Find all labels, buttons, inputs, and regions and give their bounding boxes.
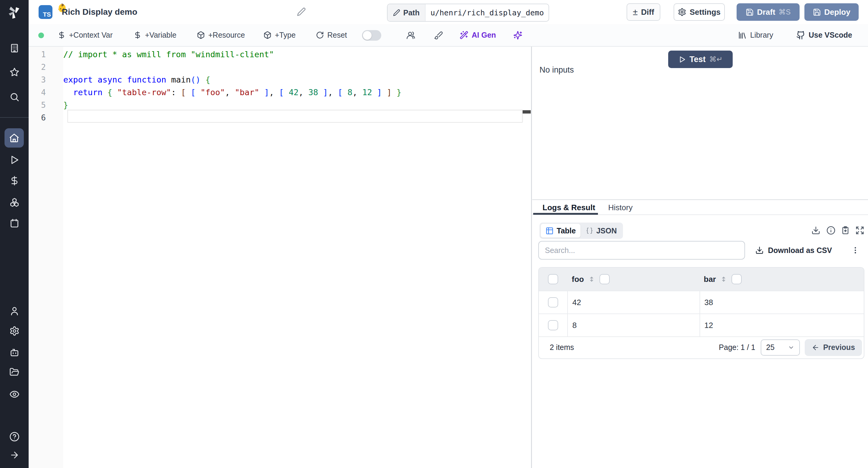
result-info-button[interactable] bbox=[827, 226, 835, 235]
add-resource-button[interactable]: +Resource bbox=[197, 24, 245, 46]
sort-bar-button[interactable] bbox=[720, 275, 727, 283]
code-editor[interactable]: 1 // import * as wmill from "windmill-cl… bbox=[29, 47, 531, 468]
test-shortcut: ⌘↵ bbox=[709, 55, 722, 64]
row-checkbox[interactable] bbox=[548, 320, 558, 330]
use-vscode-button[interactable]: Use VScode bbox=[796, 24, 852, 46]
expand-icon bbox=[855, 226, 864, 235]
multiplayer-button[interactable] bbox=[406, 24, 415, 46]
format-button[interactable] bbox=[434, 24, 443, 46]
items-count: 2 items bbox=[539, 343, 574, 352]
search-icon bbox=[9, 92, 20, 102]
sidebar-expand[interactable] bbox=[0, 450, 29, 460]
result-table: foo bar 42 38 8 12 2 bbox=[538, 267, 864, 359]
sidebar-item-help[interactable] bbox=[0, 432, 29, 442]
row-checkbox[interactable] bbox=[548, 297, 558, 307]
column-foo-checkbox[interactable] bbox=[599, 274, 610, 284]
sort-updown-icon bbox=[720, 275, 727, 283]
page-size-select[interactable]: 25 bbox=[761, 339, 800, 356]
line-number: 3 bbox=[29, 73, 46, 86]
draft-button[interactable]: Draft ⌘S bbox=[737, 3, 800, 21]
path-label: Path bbox=[403, 8, 420, 17]
view-json-button[interactable]: JSON bbox=[581, 224, 621, 238]
sidebar-item-folders[interactable] bbox=[0, 367, 29, 377]
code-line: 4 return { "table-row": [ [ "foo", "bar"… bbox=[29, 86, 523, 99]
sidebar-item-favorites[interactable] bbox=[0, 67, 29, 77]
sidebar-item-home[interactable] bbox=[4, 128, 24, 147]
path-value: u/henri/rich_display_demo bbox=[426, 4, 549, 21]
ai-gen-label: AI Gen bbox=[472, 31, 496, 39]
view-table-label: Table bbox=[557, 227, 576, 235]
arrow-right-icon bbox=[9, 450, 20, 460]
reset-button[interactable]: Reset bbox=[316, 24, 347, 46]
column-header-bar: bar bbox=[704, 275, 716, 284]
line-number: 4 bbox=[29, 86, 46, 99]
add-variable-button[interactable]: +Variable bbox=[133, 24, 176, 46]
sidebar-item-runs[interactable] bbox=[0, 155, 29, 165]
download-result-button[interactable] bbox=[811, 226, 820, 235]
sidebar-item-user[interactable] bbox=[0, 306, 29, 316]
settings-button[interactable]: Settings bbox=[674, 3, 725, 21]
code-line: 2 bbox=[29, 61, 523, 73]
search-input[interactable] bbox=[538, 241, 745, 260]
table-options-button[interactable] bbox=[848, 243, 863, 258]
user-icon bbox=[9, 306, 20, 316]
library-button[interactable]: Library bbox=[738, 24, 773, 46]
test-label: Test bbox=[689, 55, 706, 64]
tab-history[interactable]: History bbox=[608, 200, 632, 215]
table-footer: 2 items Page: 1 / 1 25 Previous bbox=[539, 336, 864, 358]
view-mode-toggle: Table JSON bbox=[539, 223, 623, 239]
view-json-label: JSON bbox=[596, 227, 617, 235]
download-csv-button[interactable]: Download as CSV bbox=[755, 241, 832, 260]
library-label: Library bbox=[750, 31, 773, 39]
sidebar-item-schedules[interactable] bbox=[0, 218, 29, 228]
sidebar-item-workers[interactable] bbox=[0, 347, 29, 358]
column-bar-checkbox[interactable] bbox=[732, 274, 742, 284]
path-button[interactable]: Path u/henri/rich_display_demo bbox=[387, 4, 549, 22]
save-icon bbox=[813, 8, 821, 16]
code-text: } bbox=[63, 99, 68, 111]
sidebar-item-settings[interactable] bbox=[0, 326, 29, 336]
copy-result-button[interactable] bbox=[841, 226, 850, 235]
cell-foo: 42 bbox=[572, 298, 581, 307]
page-title: Rich Display demo bbox=[62, 0, 137, 24]
sidebar-item-audit[interactable] bbox=[0, 389, 29, 399]
select-all-checkbox[interactable] bbox=[548, 274, 558, 284]
ai-sparkles-button[interactable] bbox=[513, 24, 522, 46]
plus-minus-icon: ± bbox=[633, 7, 638, 16]
pencil-icon bbox=[393, 9, 400, 16]
ai-gen-button[interactable]: AI Gen bbox=[460, 24, 496, 46]
add-context-var-button[interactable]: +Context Var bbox=[58, 24, 113, 46]
test-button[interactable]: Test ⌘↵ bbox=[668, 51, 733, 68]
download-icon bbox=[755, 246, 764, 255]
page-indicator: Page: 1 / 1 bbox=[719, 343, 755, 352]
topbar: TS 👶 Rich Display demo Path u/henri/rich… bbox=[29, 0, 868, 24]
edit-summary-button[interactable] bbox=[297, 7, 306, 16]
previous-page-button[interactable]: Previous bbox=[805, 339, 862, 356]
refresh-icon bbox=[316, 31, 324, 39]
deploy-button[interactable]: Deploy bbox=[804, 3, 859, 21]
diff-mode-toggle[interactable] bbox=[362, 30, 381, 41]
expand-result-button[interactable] bbox=[855, 226, 864, 235]
draft-shortcut: ⌘S bbox=[778, 8, 790, 16]
users-icon bbox=[406, 31, 415, 40]
clipboard-copy-icon bbox=[841, 226, 850, 235]
cubes-icon bbox=[9, 197, 20, 207]
windmill-logo[interactable] bbox=[0, 5, 29, 20]
sort-foo-button[interactable] bbox=[588, 275, 595, 283]
code-line: 5 } bbox=[29, 99, 523, 111]
sidebar-item-resources[interactable] bbox=[0, 197, 29, 207]
add-type-button[interactable]: +Type bbox=[264, 24, 296, 46]
sidebar-item-variables[interactable] bbox=[0, 175, 29, 186]
sidebar-item-search[interactable] bbox=[0, 92, 29, 102]
line-number: 2 bbox=[29, 61, 46, 73]
panel-splitter[interactable] bbox=[531, 47, 532, 468]
view-table-button[interactable]: Table bbox=[541, 224, 581, 238]
toggle-knob bbox=[363, 31, 372, 40]
diff-button[interactable]: ± Diff bbox=[627, 3, 660, 21]
table-row: 8 12 bbox=[539, 313, 864, 336]
draft-label: Draft bbox=[757, 7, 775, 17]
home-icon bbox=[9, 133, 19, 143]
column-header-foo: foo bbox=[572, 275, 584, 284]
line-number: 1 bbox=[29, 48, 46, 61]
sidebar-item-workspace[interactable] bbox=[0, 43, 29, 53]
